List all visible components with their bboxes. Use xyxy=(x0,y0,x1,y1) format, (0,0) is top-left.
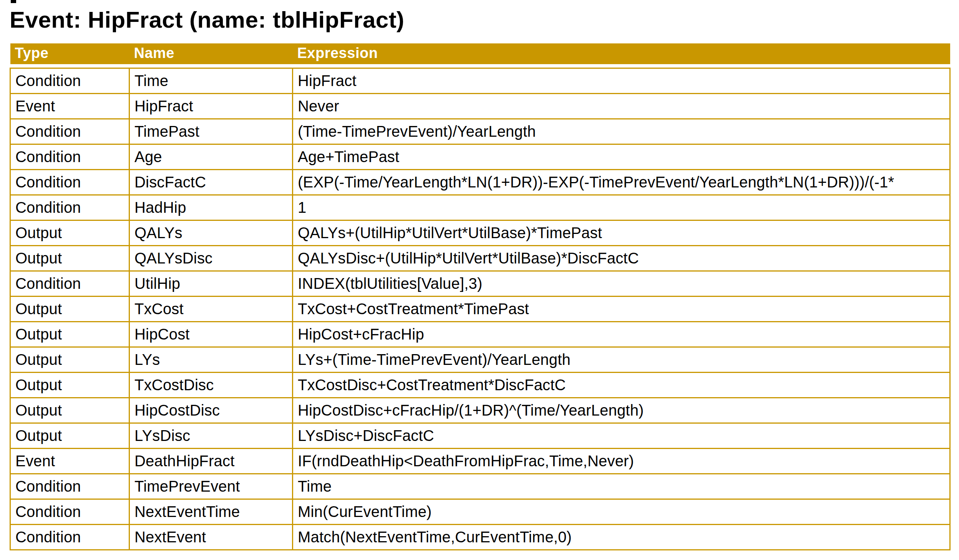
cell-type: Output xyxy=(10,220,129,245)
cell-type: Output xyxy=(10,423,129,448)
cell-name: NextEvent xyxy=(129,524,293,550)
cell-expression: Min(CurEventTime) xyxy=(293,499,950,524)
table-row: ConditionDiscFactC(EXP(-Time/YearLength*… xyxy=(10,169,950,195)
cell-type: Event xyxy=(10,93,129,119)
gap-cell xyxy=(129,64,293,68)
cell-expression: HipFract xyxy=(293,68,950,93)
cell-type: Condition xyxy=(10,68,129,93)
cell-name: Age xyxy=(129,144,293,169)
cell-type: Output xyxy=(10,398,129,423)
cell-expression: IF(rndDeathHip<DeathFromHipFrac,Time,Nev… xyxy=(293,448,950,474)
table-row: ConditionNextEventMatch(NextEventTime,Cu… xyxy=(10,524,950,550)
cell-name: LYs xyxy=(129,347,293,372)
column-header-name: Name xyxy=(129,43,293,64)
cell-name: HipFract xyxy=(129,93,293,119)
header-body-gap xyxy=(10,64,950,68)
cell-expression: Time xyxy=(293,474,950,499)
cell-expression: QALYs+(UtilHip*UtilVert*UtilBase)*TimePa… xyxy=(293,220,950,245)
table-row: ConditionTimeHipFract xyxy=(10,68,950,93)
cell-type: Condition xyxy=(10,524,129,550)
cell-expression: Never xyxy=(293,93,950,119)
cell-name: NextEventTime xyxy=(129,499,293,524)
cell-type: Condition xyxy=(10,271,129,296)
cell-expression: Match(NextEventTime,CurEventTime,0) xyxy=(293,524,950,550)
table-row: OutputHipCostHipCost+cFracHip xyxy=(10,321,950,347)
gap-cell xyxy=(10,64,129,68)
cell-name: TxCost xyxy=(129,296,293,321)
cell-name: TimePast xyxy=(129,119,293,144)
table-row: EventHipFractNever xyxy=(10,93,950,119)
table-row: OutputQALYsQALYs+(UtilHip*UtilVert*UtilB… xyxy=(10,220,950,245)
cell-expression: TxCost+CostTreatment*TimePast xyxy=(293,296,950,321)
table-row: OutputLYsDiscLYsDisc+DiscFactC xyxy=(10,423,950,448)
event-definition-table: Type Name Expression ConditionTimeHipFra… xyxy=(10,43,951,550)
header-row: Type Name Expression xyxy=(10,43,950,64)
cell-name: UtilHip xyxy=(129,271,293,296)
page-title: Event: HipFract (name: tblHipFract) xyxy=(10,6,959,34)
table-row: OutputTxCostDiscTxCostDisc+CostTreatment… xyxy=(10,372,950,398)
cell-expression: (Time-TimePrevEvent)/YearLength xyxy=(293,119,950,144)
cell-expression: HipCostDisc+cFracHip/(1+DR)^(Time/YearLe… xyxy=(293,398,950,423)
cell-type: Output xyxy=(10,347,129,372)
table-row: OutputHipCostDiscHipCostDisc+cFracHip/(1… xyxy=(10,398,950,423)
table-row: ConditionAgeAge+TimePast xyxy=(10,144,950,169)
cell-name: DiscFactC xyxy=(129,169,293,195)
table-row: OutputLYsLYs+(Time-TimePrevEvent)/YearLe… xyxy=(10,347,950,372)
cell-name: DeathHipFract xyxy=(129,448,293,474)
cell-type: Output xyxy=(10,372,129,398)
cell-name: HipCost xyxy=(129,321,293,347)
cell-expression: (EXP(-Time/YearLength*LN(1+DR))-EXP(-Tim… xyxy=(293,169,950,195)
table-header: Type Name Expression xyxy=(10,43,950,64)
column-header-type: Type xyxy=(10,43,129,64)
cell-type: Event xyxy=(10,448,129,474)
cell-name: Time xyxy=(129,68,293,93)
cell-expression: HipCost+cFracHip xyxy=(293,321,950,347)
cell-type: Condition xyxy=(10,195,129,220)
table-row: ConditionNextEventTimeMin(CurEventTime) xyxy=(10,499,950,524)
table-body: ConditionTimeHipFractEventHipFractNeverC… xyxy=(10,64,950,550)
cell-type: Condition xyxy=(10,499,129,524)
cell-type: Output xyxy=(10,245,129,271)
cell-expression: 1 xyxy=(293,195,950,220)
cell-type: Condition xyxy=(10,144,129,169)
table-row: OutputQALYsDiscQALYsDisc+(UtilHip*UtilVe… xyxy=(10,245,950,271)
cell-name: HipCostDisc xyxy=(129,398,293,423)
table-row: ConditionHadHip1 xyxy=(10,195,950,220)
cell-expression: QALYsDisc+(UtilHip*UtilVert*UtilBase)*Di… xyxy=(293,245,950,271)
cell-name: HadHip xyxy=(129,195,293,220)
cell-type: Output xyxy=(10,296,129,321)
cell-type: Condition xyxy=(10,474,129,499)
cell-type: Output xyxy=(10,321,129,347)
cell-expression: INDEX(tblUtilities[Value],3) xyxy=(293,271,950,296)
cell-expression: TxCostDisc+CostTreatment*DiscFactC xyxy=(293,372,950,398)
cell-expression: LYsDisc+DiscFactC xyxy=(293,423,950,448)
cell-name: LYsDisc xyxy=(129,423,293,448)
crop-artifact xyxy=(11,0,16,3)
cell-expression: Age+TimePast xyxy=(293,144,950,169)
cell-name: TimePrevEvent xyxy=(129,474,293,499)
gap-cell xyxy=(293,64,950,68)
table-row: ConditionTimePrevEventTime xyxy=(10,474,950,499)
table-row: OutputTxCostTxCost+CostTreatment*TimePas… xyxy=(10,296,950,321)
cell-name: QALYsDisc xyxy=(129,245,293,271)
cell-name: TxCostDisc xyxy=(129,372,293,398)
cell-name: QALYs xyxy=(129,220,293,245)
table-row: ConditionTimePast(Time-TimePrevEvent)/Ye… xyxy=(10,119,950,144)
cell-type: Condition xyxy=(10,169,129,195)
cell-expression: LYs+(Time-TimePrevEvent)/YearLength xyxy=(293,347,950,372)
column-header-expression: Expression xyxy=(293,43,950,64)
table-row: ConditionUtilHipINDEX(tblUtilities[Value… xyxy=(10,271,950,296)
cell-type: Condition xyxy=(10,119,129,144)
table-row: EventDeathHipFractIF(rndDeathHip<DeathFr… xyxy=(10,448,950,474)
